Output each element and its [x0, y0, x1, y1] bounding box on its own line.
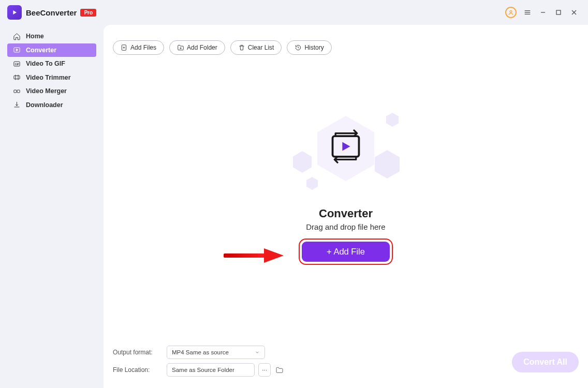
button-label: Add Files [130, 44, 156, 51]
sidebar-item-label: Video To GIF [26, 60, 65, 67]
add-folder-button[interactable]: Add Folder [169, 40, 225, 55]
maximize-icon[interactable] [552, 6, 565, 19]
sidebar-item-video-trimmer[interactable]: Video Trimmer [7, 71, 96, 84]
add-files-button[interactable]: Add Files [113, 40, 164, 55]
input-value: Same as Source Folder [172, 367, 234, 373]
button-label: Add Folder [187, 44, 217, 51]
sidebar-item-label: Video Trimmer [26, 74, 71, 81]
sidebar-item-label: Home [26, 33, 44, 40]
app-logo-icon [7, 5, 22, 20]
minimize-icon[interactable] [536, 6, 550, 19]
history-button[interactable]: History [287, 40, 331, 55]
sidebar-item-label: Video Merger [26, 87, 67, 95]
dropzone[interactable]: Converter Drag and drop file here + Add … [104, 55, 588, 340]
more-options-button[interactable]: ··· [258, 363, 271, 377]
output-format-label: Output format: [113, 349, 159, 356]
svg-point-1 [510, 10, 512, 12]
trimmer-icon [12, 73, 21, 82]
pro-badge: Pro [80, 9, 96, 17]
svg-rect-6 [556, 10, 561, 14]
sidebar-item-video-to-gif[interactable]: GIF Video To GIF [7, 57, 96, 70]
close-icon[interactable] [567, 6, 581, 19]
button-label: Clear List [248, 44, 274, 51]
app-title: BeeConverter [26, 8, 77, 17]
sidebar-item-downloader[interactable]: Downloader [7, 98, 96, 112]
gif-icon: GIF [12, 59, 21, 68]
select-value: MP4 Same as source [172, 349, 229, 355]
chevron-down-icon [255, 350, 260, 355]
dropzone-subtitle: Drag and drop file here [306, 222, 385, 231]
user-account-icon[interactable] [505, 7, 517, 18]
button-label: History [304, 44, 324, 51]
converter-graphic-icon [329, 129, 363, 163]
bottom-bar: Output format: MP4 Same as source File L… [104, 340, 588, 388]
main-panel: Add Files Add Folder Clear List History [104, 25, 588, 388]
home-icon [12, 32, 21, 40]
svg-rect-16 [13, 90, 16, 93]
add-file-button[interactable]: + Add File [302, 242, 390, 262]
toolbar: Add Files Add Folder Clear List History [104, 25, 588, 55]
svg-rect-13 [13, 76, 19, 79]
hamburger-menu-icon[interactable] [521, 6, 534, 19]
output-format-select[interactable]: MP4 Same as source [167, 346, 265, 359]
sidebar: Home Converter GIF Video To GIF Video Tr… [0, 25, 104, 388]
annotation-highlight: + Add File [299, 238, 393, 265]
sidebar-item-label: Downloader [26, 101, 63, 109]
sidebar-item-label: Converter [26, 47, 56, 54]
sidebar-item-video-merger[interactable]: Video Merger [7, 84, 96, 98]
clear-list-button[interactable]: Clear List [230, 40, 282, 55]
svg-rect-17 [17, 90, 20, 93]
convert-all-button[interactable]: Convert All [512, 352, 579, 372]
download-icon [12, 101, 21, 109]
svg-text:GIF: GIF [14, 63, 19, 66]
dropzone-title: Converter [319, 207, 373, 220]
merger-icon [12, 87, 21, 95]
dropzone-graphic [278, 110, 413, 198]
converter-icon [12, 46, 21, 54]
sidebar-item-home[interactable]: Home [7, 29, 96, 43]
svg-marker-10 [16, 49, 18, 51]
svg-marker-24 [342, 142, 350, 151]
file-location-input[interactable]: Same as Source Folder [167, 363, 255, 377]
sidebar-item-converter[interactable]: Converter [7, 43, 96, 57]
file-location-label: File Location: [113, 366, 159, 374]
svg-marker-0 [13, 10, 17, 14]
open-folder-button[interactable] [274, 365, 285, 375]
titlebar: BeeConverter Pro [0, 0, 588, 25]
